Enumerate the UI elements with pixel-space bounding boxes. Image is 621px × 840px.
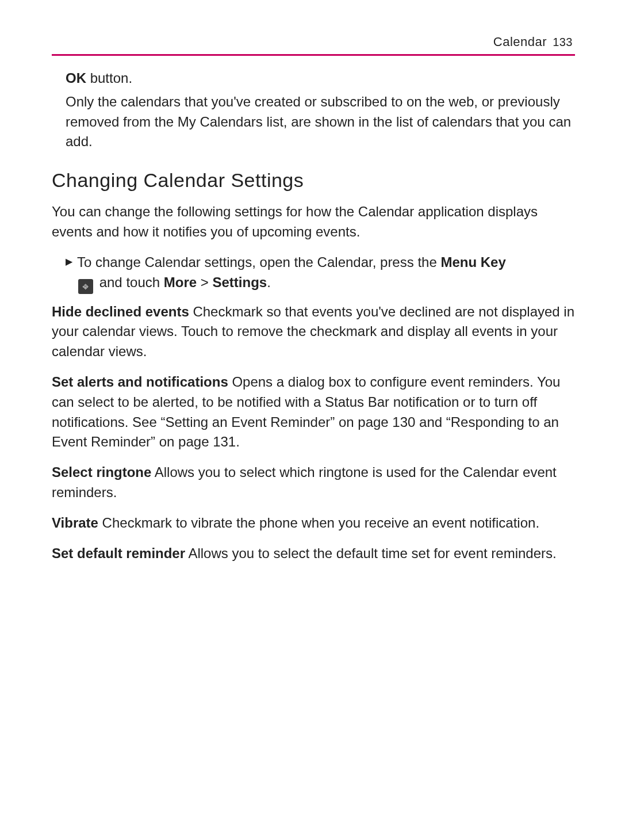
running-header: Calendar 133	[52, 35, 575, 49]
menu-key-label: Menu Key	[440, 254, 505, 270]
bullet-line2-pre: and touch	[95, 274, 164, 290]
bullet-line1-pre: To change Calendar settings, open the Ca…	[77, 254, 440, 270]
ok-label: OK	[66, 70, 86, 86]
header-rule	[52, 54, 575, 56]
breadcrumb-separator: >	[197, 274, 212, 290]
page-content: OK button. Only the calendars that you'v…	[52, 60, 575, 563]
bullet-arrow-icon: ▶	[66, 255, 72, 268]
section-heading: Changing Calendar Settings	[52, 169, 575, 192]
default-reminder-paragraph: Set default reminder Allows you to selec…	[52, 544, 575, 564]
ringtone-paragraph: Select ringtone Allows you to select whi…	[52, 463, 575, 503]
bullet-body: To change Calendar settings, open the Ca…	[77, 253, 575, 294]
alerts-paragraph: Set alerts and notifications Opens a dia…	[52, 372, 575, 452]
hide-declined-paragraph: Hide declined events Checkmark so that e…	[52, 302, 575, 362]
vibrate-text: Checkmark to vibrate the phone when you …	[98, 515, 539, 530]
alerts-label: Set alerts and notifications	[52, 374, 228, 390]
instruction-bullet: ▶ To change Calendar settings, open the …	[66, 253, 575, 294]
default-reminder-text: Allows you to select the default time se…	[185, 545, 557, 561]
header-section: Calendar	[493, 35, 547, 49]
vibrate-label: Vibrate	[52, 515, 98, 530]
bullet-line2-post: .	[267, 274, 271, 290]
header-page-number: 133	[553, 36, 573, 49]
ok-button-line: OK button.	[66, 68, 575, 89]
lead-paragraph: You can change the following settings fo…	[52, 202, 575, 242]
ringtone-label: Select ringtone	[52, 464, 151, 480]
vibrate-paragraph: Vibrate Checkmark to vibrate the phone w…	[52, 513, 575, 533]
hide-declined-label: Hide declined events	[52, 304, 189, 319]
document-page: Calendar 133 OK button. Only the calenda…	[0, 0, 621, 840]
ok-rest: button.	[86, 70, 132, 86]
default-reminder-label: Set default reminder	[52, 545, 185, 561]
ok-followup-paragraph: Only the calendars that you've created o…	[66, 92, 575, 152]
menu-key-icon: ⎆	[78, 279, 93, 294]
more-label: More	[164, 274, 197, 290]
settings-label: Settings	[212, 274, 267, 290]
